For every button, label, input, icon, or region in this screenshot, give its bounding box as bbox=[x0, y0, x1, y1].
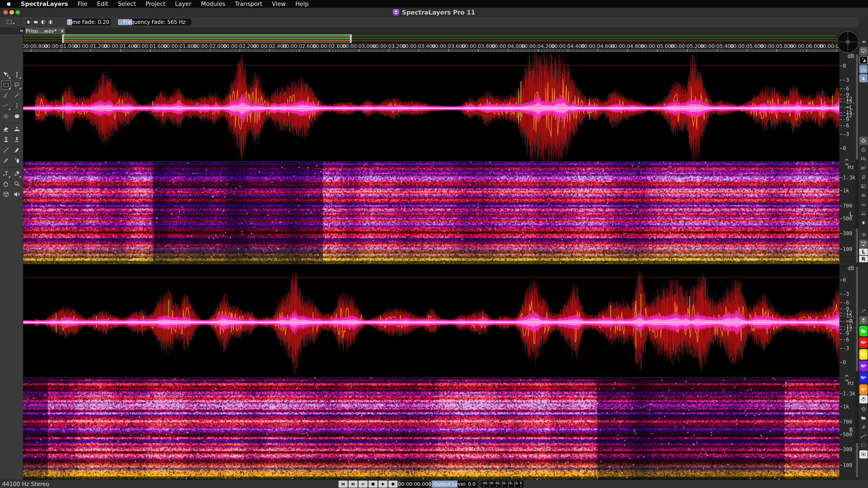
magic-wand-tool[interactable] bbox=[12, 91, 22, 100]
collapse-panel-icon[interactable] bbox=[859, 38, 868, 46]
tab-close-icon[interactable]: × bbox=[60, 28, 64, 34]
time-fade-field[interactable]: Time Fade: 0.20 s bbox=[66, 19, 111, 26]
time-fade-curve-button[interactable] bbox=[859, 65, 868, 73]
menu-help[interactable]: Help bbox=[295, 0, 309, 8]
menu-edit[interactable]: Edit bbox=[97, 0, 108, 8]
panel-voice-isolate-icon[interactable] bbox=[859, 200, 868, 209]
folder-icon[interactable] bbox=[859, 414, 868, 422]
hand-tool[interactable] bbox=[1, 179, 11, 189]
spectrogram-right-canvas[interactable] bbox=[23, 378, 839, 480]
record-button[interactable] bbox=[389, 481, 398, 488]
panel-dialogue-clean-icon[interactable] bbox=[859, 164, 868, 172]
panel-process-icon[interactable] bbox=[859, 137, 868, 145]
playhead-time-display[interactable]: 00:00:00.000 bbox=[401, 481, 429, 488]
navigation-wheel[interactable] bbox=[837, 31, 859, 53]
selection-mode-add-button[interactable] bbox=[33, 18, 39, 26]
clone-tool[interactable] bbox=[1, 135, 11, 144]
selection-mode-intersect-button[interactable] bbox=[47, 18, 54, 26]
panel-voice-denoise-icon[interactable] bbox=[859, 191, 868, 199]
frequency-fade-field[interactable]: Frequency Fade: 565 Hz bbox=[117, 19, 191, 26]
menu-view[interactable]: View bbox=[272, 0, 286, 8]
monitor-playback-tool[interactable] bbox=[12, 190, 22, 199]
stop-button[interactable] bbox=[369, 481, 378, 488]
transform-tool[interactable] bbox=[1, 70, 11, 79]
eyedropper-tool[interactable] bbox=[12, 169, 22, 178]
zoom-tool[interactable] bbox=[12, 179, 22, 189]
layer-thumbnail[interactable] bbox=[859, 337, 868, 348]
menu-select[interactable]: Select bbox=[118, 0, 136, 8]
time-ruler[interactable]: 00:00:00.80000:00:01.00000:00:01.20000:0… bbox=[23, 43, 839, 49]
go-to-end-button[interactable] bbox=[348, 481, 358, 488]
pencil-tool[interactable] bbox=[1, 156, 11, 165]
selection-mode-subtract-button[interactable] bbox=[40, 18, 46, 26]
panel-dialogue-icon[interactable] bbox=[859, 155, 868, 163]
output-level-slider[interactable]: Output Level: 0.0 dB bbox=[432, 481, 478, 488]
go-to-start-button[interactable] bbox=[339, 481, 348, 488]
scrollbar-thumb[interactable] bbox=[856, 54, 858, 160]
channel-left-button[interactable]: L bbox=[859, 249, 868, 255]
time-range-tool[interactable] bbox=[1, 101, 11, 110]
frequency-fade-button[interactable] bbox=[859, 74, 868, 83]
waveform-right-canvas[interactable] bbox=[23, 264, 839, 378]
time-selection-tool[interactable] bbox=[12, 70, 22, 79]
selection-rect-icon[interactable] bbox=[859, 441, 868, 449]
marker-pen-tool[interactable] bbox=[12, 145, 22, 155]
overview-minimap[interactable] bbox=[24, 34, 837, 43]
waveform-left-canvas[interactable] bbox=[23, 52, 839, 162]
menu-spectralayers[interactable]: SpectraLayers bbox=[21, 0, 68, 8]
tab-scroll-left-icon[interactable] bbox=[18, 28, 24, 34]
overview-canvas[interactable] bbox=[24, 34, 837, 43]
current-tool-button[interactable] bbox=[3, 18, 18, 26]
audio-note-icon[interactable] bbox=[859, 423, 868, 431]
merge-branch-icon[interactable] bbox=[859, 307, 868, 315]
panel-metadata-icon[interactable] bbox=[859, 182, 868, 190]
text-tool[interactable] bbox=[1, 169, 11, 178]
vertical-scrollbars[interactable] bbox=[856, 52, 859, 480]
tab-document[interactable]: Priso....wav* × bbox=[25, 28, 65, 34]
play-button[interactable] bbox=[378, 481, 388, 488]
area-selection-tool[interactable] bbox=[12, 111, 22, 121]
loop-button[interactable] bbox=[359, 481, 368, 488]
3d-view-tool[interactable] bbox=[1, 190, 11, 199]
spray-tool[interactable] bbox=[12, 156, 22, 165]
brush-selection-tool[interactable] bbox=[1, 91, 11, 100]
panel-divider[interactable] bbox=[23, 378, 839, 378]
apple-menu-icon[interactable] bbox=[6, 1, 12, 7]
panel-transform-icon[interactable] bbox=[859, 240, 868, 248]
selection-mode-replace-button[interactable] bbox=[25, 18, 32, 26]
scrollbar-thumb[interactable] bbox=[856, 228, 858, 263]
layer-thumbnail[interactable] bbox=[859, 372, 868, 383]
panel-music-icon[interactable] bbox=[859, 173, 868, 181]
scrollbar-thumb[interactable] bbox=[856, 266, 858, 371]
levels-display-button[interactable] bbox=[859, 56, 868, 64]
panel-voice-enhance-icon[interactable] bbox=[859, 209, 868, 218]
rectangular-selection-tool[interactable] bbox=[1, 80, 11, 90]
history-icon[interactable] bbox=[859, 405, 868, 413]
heal-tool[interactable] bbox=[1, 145, 11, 155]
menu-layer[interactable]: Layer bbox=[175, 0, 191, 8]
spectrogram-left-canvas[interactable] bbox=[23, 162, 839, 264]
layer-thumbnail[interactable] bbox=[859, 349, 868, 360]
menu-project[interactable]: Project bbox=[145, 0, 165, 8]
layer-thumbnail[interactable] bbox=[859, 384, 868, 395]
envelope-curve-icon[interactable] bbox=[859, 432, 868, 440]
clear-selection-icon[interactable] bbox=[859, 450, 868, 458]
amplify-tool[interactable] bbox=[12, 125, 22, 134]
layer-thumbnail[interactable] bbox=[859, 361, 868, 371]
menu-modules[interactable]: Modules bbox=[201, 0, 225, 8]
panel-ai-icon[interactable] bbox=[859, 146, 868, 154]
panel-plugin-icon[interactable] bbox=[859, 219, 868, 227]
time-ruler-ticks[interactable] bbox=[23, 49, 839, 52]
menu-file[interactable]: File bbox=[78, 0, 87, 8]
display-settings-button[interactable] bbox=[859, 47, 868, 55]
panel-divider[interactable] bbox=[23, 264, 839, 264]
layer-reorder-icon[interactable] bbox=[859, 395, 868, 403]
lasso-selection-tool[interactable] bbox=[12, 80, 22, 90]
frequency-range-tool[interactable] bbox=[12, 101, 22, 110]
stamp-tool[interactable] bbox=[12, 135, 22, 144]
eraser-tool[interactable] bbox=[1, 125, 11, 134]
harmonics-selection-tool[interactable] bbox=[1, 111, 11, 121]
layer-group-folder[interactable] bbox=[859, 326, 868, 336]
layers-panel-icon[interactable] bbox=[859, 316, 868, 324]
panel-divider[interactable] bbox=[23, 161, 839, 162]
